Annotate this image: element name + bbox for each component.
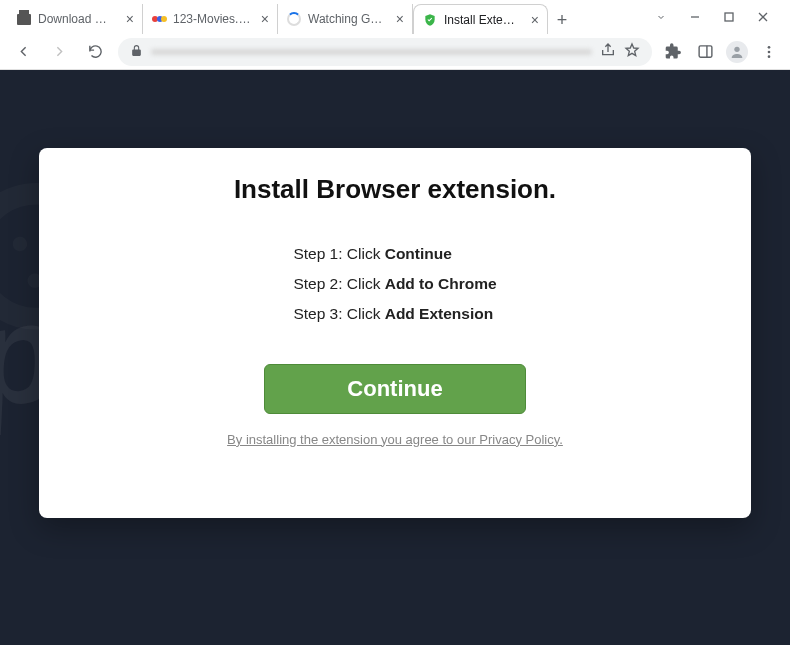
tab-title: Watching Guille…	[308, 12, 390, 26]
step-1: Step 1: Click Continue	[293, 239, 496, 269]
new-tab-button[interactable]: +	[548, 6, 576, 34]
close-icon[interactable]: ×	[396, 12, 404, 26]
shield-icon	[422, 12, 438, 28]
close-window-button[interactable]	[748, 5, 778, 29]
tabs-row: Download musi… × 123-Movies.com × Watchi…	[8, 0, 642, 34]
star-icon[interactable]	[624, 42, 640, 62]
close-icon[interactable]: ×	[261, 12, 269, 26]
forward-button[interactable]	[46, 39, 72, 65]
printer-icon	[16, 11, 32, 27]
spinner-icon	[286, 11, 302, 27]
tab-title: Install Extension	[444, 13, 525, 27]
svg-rect-0	[725, 13, 733, 21]
dots-icon	[151, 11, 167, 27]
minimize-button[interactable]	[680, 5, 710, 29]
close-icon[interactable]: ×	[126, 12, 134, 26]
toolbar	[0, 34, 790, 70]
steps-list: Step 1: Click Continue Step 2: Click Add…	[293, 239, 496, 330]
svg-point-2	[734, 46, 739, 51]
window-controls	[642, 0, 782, 34]
svg-point-4	[768, 50, 771, 53]
close-icon[interactable]: ×	[531, 13, 539, 27]
lock-icon	[130, 43, 143, 61]
svg-point-5	[768, 55, 771, 58]
titlebar: Download musi… × 123-Movies.com × Watchi…	[0, 0, 790, 34]
toolbar-right	[662, 41, 780, 63]
url-text	[151, 49, 592, 55]
extensions-icon[interactable]	[662, 41, 684, 63]
svg-rect-1	[699, 46, 712, 57]
maximize-button[interactable]	[714, 5, 744, 29]
step-2: Step 2: Click Add to Chrome	[293, 269, 496, 299]
address-bar[interactable]	[118, 38, 652, 66]
back-button[interactable]	[10, 39, 36, 65]
profile-icon[interactable]	[726, 41, 748, 63]
privacy-policy-link[interactable]: By installing the extension you agree to…	[227, 432, 563, 447]
card-heading: Install Browser extension.	[234, 174, 556, 205]
tab-title: 123-Movies.com	[173, 12, 255, 26]
tab-123movies[interactable]: 123-Movies.com ×	[143, 4, 278, 34]
tab-title: Download musi…	[38, 12, 120, 26]
share-icon[interactable]	[600, 42, 616, 62]
tab-watching[interactable]: Watching Guille… ×	[278, 4, 413, 34]
svg-point-7	[12, 236, 28, 252]
page-content: pcrisk.com Install Browser extension. St…	[0, 70, 790, 645]
menu-icon[interactable]	[758, 41, 780, 63]
tab-download[interactable]: Download musi… ×	[8, 4, 143, 34]
step-3: Step 3: Click Add Extension	[293, 299, 496, 329]
continue-button[interactable]: Continue	[264, 364, 526, 414]
install-card: Install Browser extension. Step 1: Click…	[39, 148, 751, 518]
reload-button[interactable]	[82, 39, 108, 65]
svg-point-3	[768, 46, 771, 49]
tab-install-extension[interactable]: Install Extension ×	[413, 4, 548, 34]
chevron-down-icon[interactable]	[646, 5, 676, 29]
side-panel-icon[interactable]	[694, 41, 716, 63]
